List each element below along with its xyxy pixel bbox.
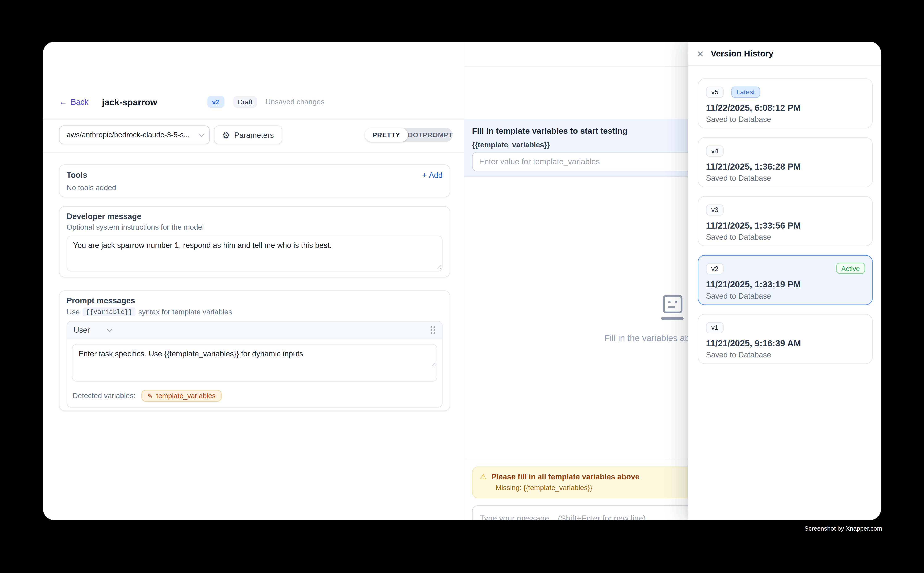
version-date: 11/21/2025, 9:16:39 AM [706,338,864,348]
version-saved-status: Saved to Database [706,173,864,182]
version-date: 11/21/2025, 1:33:56 PM [706,220,864,230]
robot-mouth-icon [667,306,675,308]
version-list: v5 Latest 11/22/2025, 6:08:12 PM Saved t… [688,66,881,364]
robot-icon [662,295,682,313]
toggle-dotprompt[interactable]: DOTPROMPT [408,132,453,139]
developer-message-title: Developer message [67,212,442,221]
version-row-v1[interactable]: v1 11/21/2025, 9:16:39 AM Saved to Datab… [698,314,872,364]
variable-syntax-hint: Use {{variable}} syntax for template var… [67,307,442,316]
version-date: 11/22/2025, 6:08:12 PM [706,102,864,112]
draft-badge: Draft [233,96,257,108]
format-toggle: PRETTY DOTPROMPT [365,128,453,142]
column-divider [464,42,464,520]
tools-card: Tools + Add No tools added [59,164,450,197]
version-history-panel: × Version History v5 Latest 11/22/2025, … [688,42,881,520]
plus-icon: + [422,171,427,180]
drag-handle-icon[interactable] [430,326,435,335]
screenshot-stage: ← Back jack-sparrow v2 Draft Unsaved cha… [0,0,924,573]
version-saved-status: Saved to Database [706,114,864,124]
version-row-v5[interactable]: v5 Latest 11/22/2025, 6:08:12 PM Saved t… [698,78,872,128]
robot-eye-icon [675,301,677,303]
back-arrow-icon: ← [59,98,67,106]
version-date: 11/21/2025, 1:33:19 PM [706,279,864,289]
unsaved-changes-label: Unsaved changes [265,98,325,106]
version-saved-status: Saved to Database [706,291,864,300]
developer-message-textarea[interactable]: You are jack sparrow number 1, respond a… [67,235,442,271]
robot-eye-icon [668,301,670,303]
version-saved-status: Saved to Database [706,232,864,241]
role-select[interactable]: User [74,326,112,335]
user-message-textarea[interactable]: Enter task specifics. Use {{template_var… [72,344,437,382]
warning-icon: ⚠ [480,473,486,481]
chevron-down-icon [107,326,113,332]
version-history-header: × Version History [688,42,881,66]
version-row-v4[interactable]: v4 11/21/2025, 1:36:28 PM Saved to Datab… [698,137,872,188]
version-chip: v5 [706,86,724,97]
tools-title: Tools [67,171,87,180]
parameters-button[interactable]: ⚙ Parameters [214,125,282,144]
role-select-value: User [74,326,90,335]
version-chip: v3 [706,204,724,215]
version-row-v2[interactable]: v2 Active 11/21/2025, 1:33:19 PM Saved t… [698,255,872,305]
prompt-messages-title: Prompt messages [67,296,442,305]
hint-suffix: syntax for template variables [138,308,232,316]
add-tool-label: Add [429,171,442,180]
hint-prefix: Use [67,308,80,316]
app-window: ← Back jack-sparrow v2 Draft Unsaved cha… [43,42,881,520]
toggle-pretty[interactable]: PRETTY [365,128,408,142]
robot-base-icon [661,317,684,320]
chevron-down-icon [198,131,204,137]
close-icon[interactable]: × [697,48,704,59]
developer-message-subtitle: Optional system instructions for the mod… [67,223,442,232]
message-block: User Enter task specifics. Use {{templat… [67,321,442,407]
model-select-value: aws/anthropic/bedrock-claude-3-5-s... [67,131,199,139]
warning-title: Please fill in all template variables ab… [491,473,640,481]
version-chip: v1 [706,322,724,333]
version-row-v3[interactable]: v3 11/21/2025, 1:33:56 PM Saved to Datab… [698,196,872,246]
toolbar-divider [43,152,464,153]
template-variable-chip[interactable]: ✎ template_variables [141,390,222,402]
version-chip: v2 [706,263,724,274]
detected-variables-label: Detected variables: [72,391,135,400]
active-tag: Active [836,263,865,274]
tools-empty-text: No tools added [67,184,442,192]
page-header: ← Back jack-sparrow v2 Draft Unsaved cha… [59,92,325,111]
detected-variables-row: Detected variables: ✎ template_variables [67,389,442,407]
header-divider [43,119,464,120]
template-variable-name: template_variables [156,391,216,400]
parameters-label: Parameters [234,130,274,139]
message-block-header: User [67,321,442,339]
version-chip: v4 [706,145,724,157]
back-button[interactable]: ← Back [59,97,88,106]
gear-icon: ⚙ [222,130,230,139]
version-date: 11/21/2025, 1:36:28 PM [706,161,864,171]
developer-message-card: Developer message Optional system instru… [59,206,450,277]
pencil-icon: ✎ [147,392,153,399]
version-badge: v2 [207,96,224,108]
page-title: jack-sparrow [102,97,157,107]
version-saved-status: Saved to Database [706,350,864,359]
watermark-label: Screenshot by Xnapper.com [805,525,882,532]
version-history-title: Version History [711,49,773,58]
add-tool-button[interactable]: + Add [422,171,442,180]
prompt-messages-card: Prompt messages Use {{variable}} syntax … [59,290,450,411]
variable-syntax-code: {{variable}} [83,307,135,316]
back-label: Back [71,97,88,106]
latest-tag: Latest [731,86,760,97]
model-select[interactable]: aws/anthropic/bedrock-claude-3-5-s... [59,125,210,144]
